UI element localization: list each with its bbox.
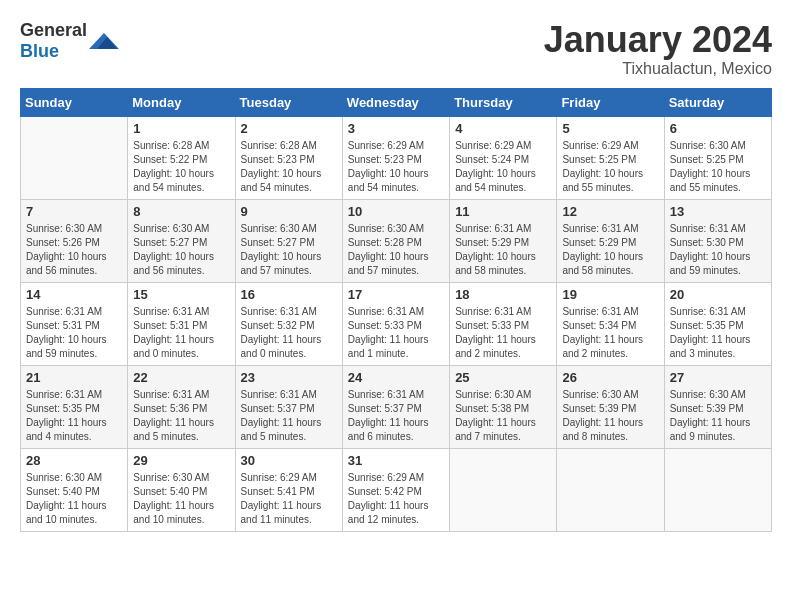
day-info: Sunrise: 6:30 AMSunset: 5:40 PMDaylight:… xyxy=(26,471,122,527)
calendar-cell: 31Sunrise: 6:29 AMSunset: 5:42 PMDayligh… xyxy=(342,448,449,531)
day-number: 19 xyxy=(562,287,658,302)
calendar-table: SundayMondayTuesdayWednesdayThursdayFrid… xyxy=(20,88,772,532)
day-info: Sunrise: 6:29 AMSunset: 5:42 PMDaylight:… xyxy=(348,471,444,527)
day-info: Sunrise: 6:30 AMSunset: 5:27 PMDaylight:… xyxy=(241,222,337,278)
weekday-header-sunday: Sunday xyxy=(21,88,128,116)
day-number: 12 xyxy=(562,204,658,219)
weekday-header-monday: Monday xyxy=(128,88,235,116)
calendar-header: SundayMondayTuesdayWednesdayThursdayFrid… xyxy=(21,88,772,116)
day-info: Sunrise: 6:29 AMSunset: 5:41 PMDaylight:… xyxy=(241,471,337,527)
page-header: General Blue January 2024 Tixhualactun, … xyxy=(20,20,772,78)
day-info: Sunrise: 6:31 AMSunset: 5:35 PMDaylight:… xyxy=(26,388,122,444)
day-number: 5 xyxy=(562,121,658,136)
day-info: Sunrise: 6:31 AMSunset: 5:34 PMDaylight:… xyxy=(562,305,658,361)
day-number: 15 xyxy=(133,287,229,302)
day-info: Sunrise: 6:31 AMSunset: 5:31 PMDaylight:… xyxy=(133,305,229,361)
day-info: Sunrise: 6:30 AMSunset: 5:28 PMDaylight:… xyxy=(348,222,444,278)
day-info: Sunrise: 6:28 AMSunset: 5:22 PMDaylight:… xyxy=(133,139,229,195)
day-info: Sunrise: 6:29 AMSunset: 5:25 PMDaylight:… xyxy=(562,139,658,195)
day-number: 14 xyxy=(26,287,122,302)
calendar-cell: 8Sunrise: 6:30 AMSunset: 5:27 PMDaylight… xyxy=(128,199,235,282)
calendar-cell: 5Sunrise: 6:29 AMSunset: 5:25 PMDaylight… xyxy=(557,116,664,199)
day-number: 6 xyxy=(670,121,766,136)
calendar-cell: 28Sunrise: 6:30 AMSunset: 5:40 PMDayligh… xyxy=(21,448,128,531)
calendar-week-2: 7Sunrise: 6:30 AMSunset: 5:26 PMDaylight… xyxy=(21,199,772,282)
day-number: 7 xyxy=(26,204,122,219)
day-number: 23 xyxy=(241,370,337,385)
day-number: 31 xyxy=(348,453,444,468)
day-number: 18 xyxy=(455,287,551,302)
calendar-cell: 11Sunrise: 6:31 AMSunset: 5:29 PMDayligh… xyxy=(450,199,557,282)
calendar-body: 1Sunrise: 6:28 AMSunset: 5:22 PMDaylight… xyxy=(21,116,772,531)
weekday-header-saturday: Saturday xyxy=(664,88,771,116)
calendar-cell xyxy=(664,448,771,531)
day-info: Sunrise: 6:31 AMSunset: 5:35 PMDaylight:… xyxy=(670,305,766,361)
logo: General Blue xyxy=(20,20,119,62)
day-number: 30 xyxy=(241,453,337,468)
calendar-cell: 23Sunrise: 6:31 AMSunset: 5:37 PMDayligh… xyxy=(235,365,342,448)
calendar-subtitle: Tixhualactun, Mexico xyxy=(544,60,772,78)
day-info: Sunrise: 6:30 AMSunset: 5:39 PMDaylight:… xyxy=(670,388,766,444)
calendar-cell: 3Sunrise: 6:29 AMSunset: 5:23 PMDaylight… xyxy=(342,116,449,199)
calendar-cell: 29Sunrise: 6:30 AMSunset: 5:40 PMDayligh… xyxy=(128,448,235,531)
day-number: 11 xyxy=(455,204,551,219)
day-number: 8 xyxy=(133,204,229,219)
day-info: Sunrise: 6:31 AMSunset: 5:31 PMDaylight:… xyxy=(26,305,122,361)
calendar-cell xyxy=(450,448,557,531)
day-info: Sunrise: 6:31 AMSunset: 5:29 PMDaylight:… xyxy=(455,222,551,278)
day-number: 29 xyxy=(133,453,229,468)
day-number: 20 xyxy=(670,287,766,302)
day-info: Sunrise: 6:30 AMSunset: 5:40 PMDaylight:… xyxy=(133,471,229,527)
calendar-cell xyxy=(21,116,128,199)
logo-blue: Blue xyxy=(20,41,59,61)
weekday-header-friday: Friday xyxy=(557,88,664,116)
day-info: Sunrise: 6:31 AMSunset: 5:36 PMDaylight:… xyxy=(133,388,229,444)
calendar-cell: 14Sunrise: 6:31 AMSunset: 5:31 PMDayligh… xyxy=(21,282,128,365)
day-number: 16 xyxy=(241,287,337,302)
day-number: 4 xyxy=(455,121,551,136)
calendar-week-4: 21Sunrise: 6:31 AMSunset: 5:35 PMDayligh… xyxy=(21,365,772,448)
weekday-header-tuesday: Tuesday xyxy=(235,88,342,116)
calendar-cell: 19Sunrise: 6:31 AMSunset: 5:34 PMDayligh… xyxy=(557,282,664,365)
calendar-cell: 30Sunrise: 6:29 AMSunset: 5:41 PMDayligh… xyxy=(235,448,342,531)
day-number: 22 xyxy=(133,370,229,385)
day-info: Sunrise: 6:31 AMSunset: 5:37 PMDaylight:… xyxy=(348,388,444,444)
calendar-cell: 24Sunrise: 6:31 AMSunset: 5:37 PMDayligh… xyxy=(342,365,449,448)
day-number: 21 xyxy=(26,370,122,385)
title-block: January 2024 Tixhualactun, Mexico xyxy=(544,20,772,78)
day-number: 28 xyxy=(26,453,122,468)
day-number: 3 xyxy=(348,121,444,136)
day-info: Sunrise: 6:30 AMSunset: 5:27 PMDaylight:… xyxy=(133,222,229,278)
day-info: Sunrise: 6:31 AMSunset: 5:30 PMDaylight:… xyxy=(670,222,766,278)
day-number: 1 xyxy=(133,121,229,136)
weekday-row: SundayMondayTuesdayWednesdayThursdayFrid… xyxy=(21,88,772,116)
day-info: Sunrise: 6:29 AMSunset: 5:24 PMDaylight:… xyxy=(455,139,551,195)
calendar-week-1: 1Sunrise: 6:28 AMSunset: 5:22 PMDaylight… xyxy=(21,116,772,199)
weekday-header-wednesday: Wednesday xyxy=(342,88,449,116)
day-number: 9 xyxy=(241,204,337,219)
calendar-cell: 27Sunrise: 6:30 AMSunset: 5:39 PMDayligh… xyxy=(664,365,771,448)
calendar-cell: 4Sunrise: 6:29 AMSunset: 5:24 PMDaylight… xyxy=(450,116,557,199)
calendar-cell: 17Sunrise: 6:31 AMSunset: 5:33 PMDayligh… xyxy=(342,282,449,365)
calendar-week-5: 28Sunrise: 6:30 AMSunset: 5:40 PMDayligh… xyxy=(21,448,772,531)
logo-general: General xyxy=(20,20,87,40)
calendar-cell: 9Sunrise: 6:30 AMSunset: 5:27 PMDaylight… xyxy=(235,199,342,282)
day-number: 10 xyxy=(348,204,444,219)
calendar-week-3: 14Sunrise: 6:31 AMSunset: 5:31 PMDayligh… xyxy=(21,282,772,365)
day-info: Sunrise: 6:30 AMSunset: 5:38 PMDaylight:… xyxy=(455,388,551,444)
day-info: Sunrise: 6:28 AMSunset: 5:23 PMDaylight:… xyxy=(241,139,337,195)
calendar-cell: 12Sunrise: 6:31 AMSunset: 5:29 PMDayligh… xyxy=(557,199,664,282)
day-number: 24 xyxy=(348,370,444,385)
day-number: 26 xyxy=(562,370,658,385)
calendar-cell: 6Sunrise: 6:30 AMSunset: 5:25 PMDaylight… xyxy=(664,116,771,199)
calendar-cell: 13Sunrise: 6:31 AMSunset: 5:30 PMDayligh… xyxy=(664,199,771,282)
day-number: 2 xyxy=(241,121,337,136)
day-number: 13 xyxy=(670,204,766,219)
calendar-cell: 15Sunrise: 6:31 AMSunset: 5:31 PMDayligh… xyxy=(128,282,235,365)
calendar-cell: 18Sunrise: 6:31 AMSunset: 5:33 PMDayligh… xyxy=(450,282,557,365)
calendar-cell: 7Sunrise: 6:30 AMSunset: 5:26 PMDaylight… xyxy=(21,199,128,282)
calendar-cell: 10Sunrise: 6:30 AMSunset: 5:28 PMDayligh… xyxy=(342,199,449,282)
logo-text: General Blue xyxy=(20,20,87,62)
day-info: Sunrise: 6:31 AMSunset: 5:37 PMDaylight:… xyxy=(241,388,337,444)
weekday-header-thursday: Thursday xyxy=(450,88,557,116)
